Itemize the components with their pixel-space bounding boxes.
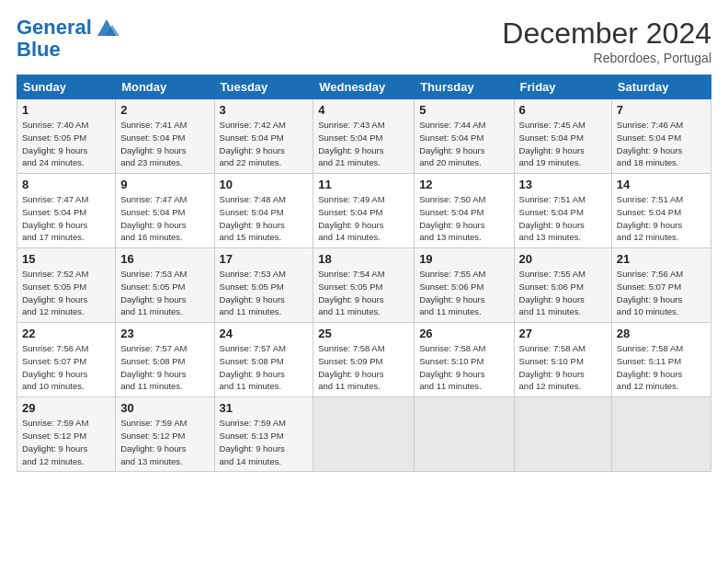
calendar-cell bbox=[313, 397, 415, 472]
day-info: Sunrise: 7:56 AMSunset: 5:07 PMDaylight:… bbox=[617, 269, 683, 316]
day-info: Sunrise: 7:54 AMSunset: 5:05 PMDaylight:… bbox=[318, 269, 384, 316]
calendar-cell: 1 Sunrise: 7:40 AMSunset: 5:05 PMDayligh… bbox=[17, 99, 116, 174]
day-number: 22 bbox=[22, 327, 110, 340]
title-block: December 2024 Rebordoes, Portugal bbox=[502, 17, 711, 65]
calendar-cell: 3 Sunrise: 7:42 AMSunset: 5:04 PMDayligh… bbox=[214, 99, 313, 174]
day-number: 2 bbox=[120, 103, 209, 117]
calendar-cell: 31 Sunrise: 7:59 AMSunset: 5:13 PMDaylig… bbox=[214, 397, 313, 472]
day-info: Sunrise: 7:48 AMSunset: 5:04 PMDaylight:… bbox=[220, 194, 286, 242]
calendar-cell: 2 Sunrise: 7:41 AMSunset: 5:04 PMDayligh… bbox=[116, 99, 214, 174]
calendar-table: Sunday Monday Tuesday Wednesday Thursday… bbox=[17, 75, 711, 472]
day-info: Sunrise: 7:59 AMSunset: 5:13 PMDaylight:… bbox=[220, 418, 286, 465]
calendar-cell: 10 Sunrise: 7:48 AMSunset: 5:04 PMDaylig… bbox=[214, 174, 313, 248]
col-sunday: Sunday bbox=[17, 75, 116, 99]
calendar-cell: 5 Sunrise: 7:44 AMSunset: 5:04 PMDayligh… bbox=[415, 99, 514, 174]
day-info: Sunrise: 7:51 AMSunset: 5:04 PMDaylight:… bbox=[519, 194, 586, 242]
calendar-cell: 11 Sunrise: 7:49 AMSunset: 5:04 PMDaylig… bbox=[313, 174, 415, 248]
day-number: 1 bbox=[22, 103, 110, 117]
day-info: Sunrise: 7:58 AMSunset: 5:10 PMDaylight:… bbox=[419, 343, 485, 391]
calendar-cell bbox=[415, 397, 514, 472]
day-info: Sunrise: 7:47 AMSunset: 5:04 PMDaylight:… bbox=[120, 194, 187, 242]
day-info: Sunrise: 7:45 AMSunset: 5:04 PMDaylight:… bbox=[519, 120, 586, 167]
day-info: Sunrise: 7:55 AMSunset: 5:06 PMDaylight:… bbox=[419, 269, 485, 316]
day-info: Sunrise: 7:57 AMSunset: 5:08 PMDaylight:… bbox=[220, 343, 286, 391]
week-row-1: 8 Sunrise: 7:47 AMSunset: 5:04 PMDayligh… bbox=[17, 174, 711, 248]
day-number: 20 bbox=[519, 252, 607, 266]
calendar-cell: 30 Sunrise: 7:59 AMSunset: 5:12 PMDaylig… bbox=[116, 397, 214, 472]
day-info: Sunrise: 7:51 AMSunset: 5:04 PMDaylight:… bbox=[617, 194, 683, 242]
calendar-cell: 23 Sunrise: 7:57 AMSunset: 5:08 PMDaylig… bbox=[116, 323, 214, 397]
day-info: Sunrise: 7:52 AMSunset: 5:05 PMDaylight:… bbox=[22, 269, 88, 316]
col-saturday: Saturday bbox=[611, 75, 711, 99]
calendar-cell: 8 Sunrise: 7:47 AMSunset: 5:04 PMDayligh… bbox=[17, 174, 116, 248]
calendar-cell: 12 Sunrise: 7:50 AMSunset: 5:04 PMDaylig… bbox=[415, 174, 514, 248]
day-number: 8 bbox=[22, 178, 110, 191]
day-number: 23 bbox=[120, 327, 209, 340]
day-info: Sunrise: 7:40 AMSunset: 5:05 PMDaylight:… bbox=[22, 120, 88, 167]
day-number: 14 bbox=[617, 178, 706, 191]
day-info: Sunrise: 7:58 AMSunset: 5:09 PMDaylight:… bbox=[318, 343, 384, 391]
calendar-cell: 19 Sunrise: 7:55 AMSunset: 5:06 PMDaylig… bbox=[415, 248, 514, 323]
col-tuesday: Tuesday bbox=[214, 75, 313, 99]
logo-blue: Blue bbox=[17, 38, 61, 61]
day-number: 16 bbox=[120, 252, 209, 266]
calendar-cell: 22 Sunrise: 7:56 AMSunset: 5:07 PMDaylig… bbox=[17, 323, 116, 397]
day-number: 6 bbox=[519, 103, 607, 117]
calendar-cell: 9 Sunrise: 7:47 AMSunset: 5:04 PMDayligh… bbox=[116, 174, 214, 248]
day-number: 29 bbox=[22, 401, 110, 415]
day-number: 19 bbox=[419, 252, 508, 266]
day-number: 30 bbox=[120, 401, 209, 415]
day-number: 31 bbox=[220, 401, 309, 415]
calendar-cell: 16 Sunrise: 7:53 AMSunset: 5:05 PMDaylig… bbox=[116, 248, 214, 323]
day-number: 26 bbox=[419, 327, 508, 340]
day-number: 4 bbox=[318, 103, 409, 117]
calendar-cell: 6 Sunrise: 7:45 AMSunset: 5:04 PMDayligh… bbox=[514, 99, 611, 174]
day-info: Sunrise: 7:55 AMSunset: 5:06 PMDaylight:… bbox=[519, 269, 586, 316]
calendar-container: General Blue December 2024 Rebordoes, Po… bbox=[0, 0, 728, 481]
day-number: 13 bbox=[519, 178, 607, 191]
calendar-title: December 2024 bbox=[502, 17, 711, 51]
day-number: 28 bbox=[617, 327, 706, 340]
calendar-body: 1 Sunrise: 7:40 AMSunset: 5:05 PMDayligh… bbox=[17, 99, 711, 472]
calendar-cell: 27 Sunrise: 7:58 AMSunset: 5:10 PMDaylig… bbox=[514, 323, 611, 397]
day-number: 24 bbox=[220, 327, 309, 340]
day-number: 5 bbox=[419, 103, 508, 117]
calendar-cell: 15 Sunrise: 7:52 AMSunset: 5:05 PMDaylig… bbox=[17, 248, 116, 323]
day-number: 9 bbox=[120, 178, 209, 191]
calendar-cell bbox=[611, 397, 711, 472]
calendar-cell: 24 Sunrise: 7:57 AMSunset: 5:08 PMDaylig… bbox=[214, 323, 313, 397]
day-number: 27 bbox=[519, 327, 607, 340]
header-row: Sunday Monday Tuesday Wednesday Thursday… bbox=[17, 75, 711, 99]
week-row-3: 22 Sunrise: 7:56 AMSunset: 5:07 PMDaylig… bbox=[17, 323, 711, 397]
calendar-cell: 18 Sunrise: 7:54 AMSunset: 5:05 PMDaylig… bbox=[313, 248, 415, 323]
calendar-cell: 13 Sunrise: 7:51 AMSunset: 5:04 PMDaylig… bbox=[514, 174, 611, 248]
calendar-cell bbox=[514, 397, 611, 472]
calendar-cell: 28 Sunrise: 7:58 AMSunset: 5:11 PMDaylig… bbox=[611, 323, 711, 397]
day-number: 25 bbox=[318, 327, 409, 340]
logo-icon bbox=[94, 17, 119, 38]
header: General Blue December 2024 Rebordoes, Po… bbox=[17, 17, 711, 65]
day-info: Sunrise: 7:46 AMSunset: 5:04 PMDaylight:… bbox=[617, 120, 683, 167]
day-info: Sunrise: 7:50 AMSunset: 5:04 PMDaylight:… bbox=[419, 194, 485, 242]
day-info: Sunrise: 7:47 AMSunset: 5:04 PMDaylight:… bbox=[22, 194, 88, 242]
col-monday: Monday bbox=[116, 75, 214, 99]
day-number: 7 bbox=[617, 103, 706, 117]
day-info: Sunrise: 7:41 AMSunset: 5:04 PMDaylight:… bbox=[120, 120, 187, 167]
week-row-0: 1 Sunrise: 7:40 AMSunset: 5:05 PMDayligh… bbox=[17, 99, 711, 174]
day-info: Sunrise: 7:56 AMSunset: 5:07 PMDaylight:… bbox=[22, 343, 88, 391]
logo-general: General bbox=[17, 16, 92, 39]
day-info: Sunrise: 7:44 AMSunset: 5:04 PMDaylight:… bbox=[419, 120, 485, 167]
col-thursday: Thursday bbox=[415, 75, 514, 99]
day-number: 10 bbox=[220, 178, 309, 191]
day-info: Sunrise: 7:53 AMSunset: 5:05 PMDaylight:… bbox=[120, 269, 187, 316]
day-info: Sunrise: 7:53 AMSunset: 5:05 PMDaylight:… bbox=[220, 269, 286, 316]
calendar-cell: 26 Sunrise: 7:58 AMSunset: 5:10 PMDaylig… bbox=[415, 323, 514, 397]
day-number: 18 bbox=[318, 252, 409, 266]
calendar-cell: 7 Sunrise: 7:46 AMSunset: 5:04 PMDayligh… bbox=[611, 99, 711, 174]
calendar-cell: 4 Sunrise: 7:43 AMSunset: 5:04 PMDayligh… bbox=[313, 99, 415, 174]
col-friday: Friday bbox=[514, 75, 611, 99]
day-number: 15 bbox=[22, 252, 110, 266]
day-info: Sunrise: 7:59 AMSunset: 5:12 PMDaylight:… bbox=[22, 418, 88, 465]
day-info: Sunrise: 7:58 AMSunset: 5:10 PMDaylight:… bbox=[519, 343, 586, 391]
calendar-cell: 14 Sunrise: 7:51 AMSunset: 5:04 PMDaylig… bbox=[611, 174, 711, 248]
